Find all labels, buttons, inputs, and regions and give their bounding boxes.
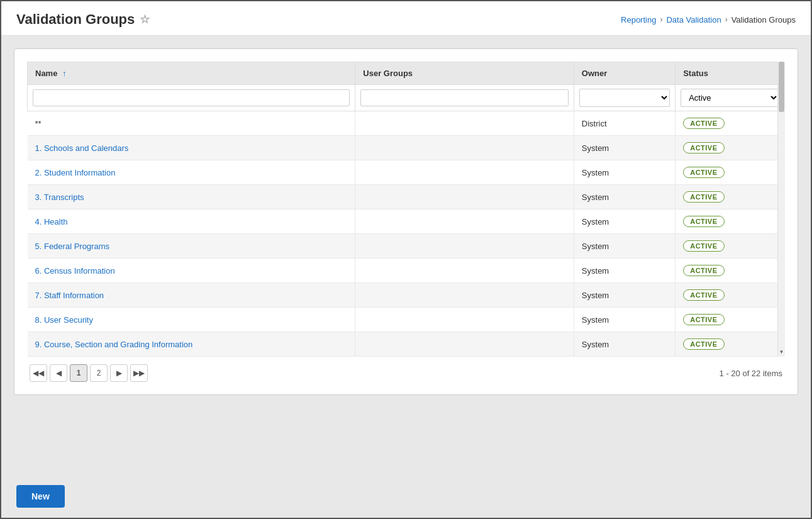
name-cell: 3. Transcripts [28, 185, 355, 209]
table-row: 3. TranscriptsSystemACTIVE [28, 185, 785, 209]
status-cell: ACTIVE [676, 332, 785, 357]
name-cell: 8. User Security [28, 308, 355, 332]
col-header-owner[interactable]: Owner [574, 62, 675, 85]
usergroups-cell [355, 259, 574, 283]
filter-status-select[interactable]: Active Inactive All [681, 89, 779, 107]
bottom-bar: New [1, 475, 811, 518]
filter-owner-cell: District System [574, 85, 675, 111]
status-cell: ACTIVE [676, 209, 785, 234]
table-row: 9. Course, Section and Grading Informati… [28, 332, 785, 357]
col-status-label: Status [683, 69, 708, 78]
usergroups-cell [355, 209, 574, 234]
filter-usergroups-cell [355, 85, 574, 111]
pagination-prev-button[interactable]: ◀ [50, 364, 67, 382]
name-cell: 1. Schools and Calendars [28, 136, 355, 160]
owner-cell: System [574, 234, 675, 259]
name-link[interactable]: 7. Staff Information [35, 291, 104, 300]
breadcrumb-current: Validation Groups [731, 15, 796, 25]
status-badge: ACTIVE [683, 191, 724, 203]
scrollbar-thumb [779, 62, 784, 112]
owner-cell: System [574, 209, 675, 234]
col-header-usergroups[interactable]: User Groups [355, 62, 574, 85]
filter-owner-select[interactable]: District System [579, 89, 670, 107]
status-cell: ACTIVE [676, 308, 785, 332]
page-title-text: Validation Groups [16, 11, 135, 28]
owner-cell: System [574, 283, 675, 308]
breadcrumb-sep-1: › [660, 15, 662, 24]
usergroups-cell [355, 160, 574, 185]
table-row: 2. Student InformationSystemACTIVE [28, 160, 785, 185]
favorite-star-icon[interactable]: ☆ [140, 13, 150, 26]
status-cell: ACTIVE [676, 136, 785, 160]
status-cell: ACTIVE [676, 259, 785, 283]
breadcrumb-data-validation[interactable]: Data Validation [666, 15, 721, 25]
filter-row: District System Active Inactive All [28, 85, 785, 111]
table-row: 1. Schools and CalendarsSystemACTIVE [28, 136, 785, 160]
owner-cell: System [574, 308, 675, 332]
scrollbar-down-arrow: ▼ [778, 347, 785, 357]
table-row: 8. User SecuritySystemACTIVE [28, 308, 785, 332]
pagination-next-button[interactable]: ▶ [110, 364, 128, 382]
owner-cell: System [574, 185, 675, 209]
usergroups-cell [355, 136, 574, 160]
usergroups-cell [355, 111, 574, 136]
name-cell: 9. Course, Section and Grading Informati… [28, 332, 355, 357]
name-link[interactable]: 3. Transcripts [35, 193, 84, 202]
usergroups-cell [355, 308, 574, 332]
col-name-label: Name [35, 69, 57, 78]
name-cell: ** [28, 111, 355, 136]
usergroups-cell [355, 332, 574, 357]
status-badge: ACTIVE [683, 216, 724, 227]
pagination-last-button[interactable]: ▶▶ [130, 364, 148, 382]
name-link[interactable]: 1. Schools and Calendars [35, 143, 129, 153]
status-badge: ACTIVE [683, 314, 724, 325]
table-header-row: Name ↑ User Groups Owner Status [28, 62, 785, 85]
status-cell: ACTIVE [676, 283, 785, 308]
col-usergroups-label: User Groups [363, 69, 413, 78]
name-cell: 5. Federal Programs [28, 234, 355, 259]
pagination-first-button[interactable]: ◀◀ [30, 364, 47, 382]
name-link[interactable]: 4. Health [35, 217, 68, 226]
name-link[interactable]: 8. User Security [35, 315, 93, 325]
filter-name-cell [28, 85, 355, 111]
status-badge: ACTIVE [683, 118, 724, 129]
col-owner-label: Owner [582, 69, 607, 78]
filter-name-input[interactable] [33, 89, 350, 106]
filter-usergroups-input[interactable] [360, 89, 569, 106]
sort-asc-icon: ↑ [62, 69, 67, 78]
status-badge: ACTIVE [683, 142, 724, 153]
table-body: **DistrictACTIVE1. Schools and Calendars… [28, 111, 785, 357]
status-cell: ACTIVE [676, 160, 785, 185]
pagination-row: ◀◀ ◀ 1 2 ▶ ▶▶ 1 - 20 of 22 items [27, 357, 785, 382]
status-cell: ACTIVE [676, 111, 785, 136]
name-cell: 6. Census Information [28, 259, 355, 283]
owner-cell: System [574, 259, 675, 283]
status-badge: ACTIVE [683, 240, 724, 252]
status-badge: ACTIVE [683, 338, 724, 350]
name-link[interactable]: 6. Census Information [35, 266, 115, 276]
breadcrumb: Reporting › Data Validation › Validation… [621, 15, 796, 25]
table-row: 4. HealthSystemACTIVE [28, 209, 785, 234]
table-row: 5. Federal ProgramsSystemACTIVE [28, 234, 785, 259]
name-cell: 4. Health [28, 209, 355, 234]
name-link[interactable]: 5. Federal Programs [35, 242, 110, 251]
scrollbar[interactable]: ▼ [777, 62, 785, 357]
pagination-page-2-button[interactable]: 2 [90, 364, 108, 382]
status-badge: ACTIVE [683, 167, 724, 178]
table-row: 6. Census InformationSystemACTIVE [28, 259, 785, 283]
name-link[interactable]: 9. Course, Section and Grading Informati… [35, 340, 193, 349]
table-card: Name ↑ User Groups Owner Status [14, 48, 798, 395]
breadcrumb-reporting[interactable]: Reporting [621, 15, 656, 25]
main-content: Name ↑ User Groups Owner Status [1, 36, 811, 475]
col-header-status[interactable]: Status [676, 62, 785, 85]
new-button[interactable]: New [16, 485, 65, 508]
owner-cell: System [574, 136, 675, 160]
name-link[interactable]: 2. Student Information [35, 168, 116, 177]
table-row: **DistrictACTIVE [28, 111, 785, 136]
col-header-name[interactable]: Name ↑ [28, 62, 355, 85]
table-wrapper: Name ↑ User Groups Owner Status [27, 62, 785, 357]
owner-cell: District [574, 111, 675, 136]
filter-status-cell: Active Inactive All [676, 85, 785, 111]
usergroups-cell [355, 283, 574, 308]
pagination-page-1-button[interactable]: 1 [70, 364, 87, 382]
